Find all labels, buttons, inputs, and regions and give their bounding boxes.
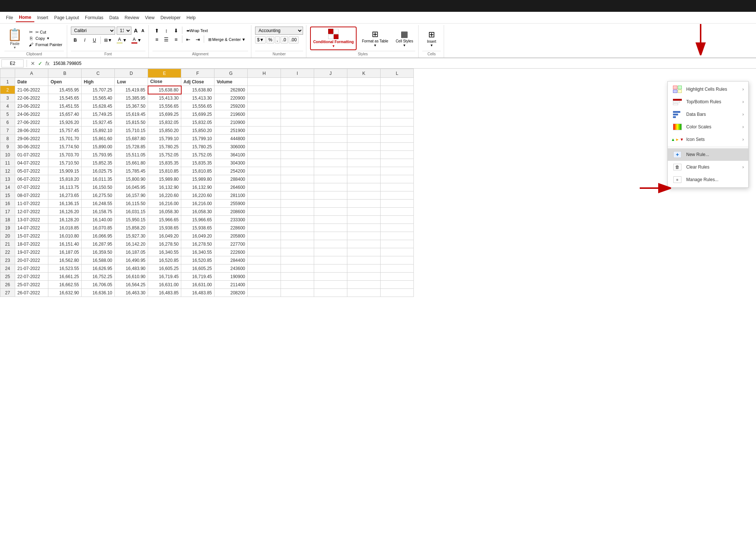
cell[interactable]: 24-06-2022 xyxy=(15,110,48,118)
cell[interactable]: 15,638.80 xyxy=(181,86,214,94)
cell[interactable]: 255900 xyxy=(214,200,248,208)
decrease-font-button[interactable]: A xyxy=(140,28,145,33)
cell[interactable] xyxy=(381,248,414,256)
wrap-text-button[interactable]: ⬌ Wrap Text xyxy=(184,27,210,35)
cell[interactable]: 16,066.95 xyxy=(82,232,115,240)
cell[interactable] xyxy=(347,191,381,200)
cell[interactable]: 15,818.20 xyxy=(48,175,82,183)
cell[interactable]: 15,419.85 xyxy=(115,86,148,94)
cell[interactable] xyxy=(347,248,381,256)
col-header-d[interactable]: D xyxy=(115,69,148,78)
cell[interactable]: 21-06-2022 xyxy=(15,86,48,94)
increase-decimal-button[interactable]: .00 xyxy=(289,36,299,44)
row-header-16[interactable]: 16 xyxy=(0,200,15,208)
col-header-k[interactable]: K xyxy=(347,69,381,78)
cell[interactable]: 16,719.45 xyxy=(181,273,214,281)
italic-button[interactable]: I xyxy=(80,36,89,44)
dropdown-databars[interactable]: Data Bars › xyxy=(668,108,748,121)
cell[interactable]: Close xyxy=(148,78,181,86)
spreadsheet-container[interactable]: A B C D E F G H I J K L 1DateOp xyxy=(0,69,756,547)
cell[interactable]: 30-06-2022 xyxy=(15,143,48,151)
dropdown-managerules[interactable]: ≡ Manage Rules... xyxy=(668,173,748,186)
col-header-j[interactable]: J xyxy=(314,69,347,78)
cell[interactable]: 16,564.25 xyxy=(115,281,148,289)
row-header-24[interactable]: 24 xyxy=(0,264,15,273)
col-header-h[interactable]: H xyxy=(248,69,281,78)
cell[interactable] xyxy=(248,289,281,297)
cell[interactable]: 16,216.00 xyxy=(148,200,181,208)
cell[interactable]: 15,950.15 xyxy=(115,216,148,224)
cell[interactable]: 15,989.80 xyxy=(181,175,214,183)
decrease-indent-button[interactable]: ⇤ xyxy=(184,35,193,44)
cell[interactable]: 264600 xyxy=(214,183,248,191)
cell[interactable] xyxy=(248,102,281,110)
cell[interactable] xyxy=(381,256,414,264)
cell[interactable] xyxy=(314,127,347,135)
cell[interactable] xyxy=(381,289,414,297)
cell[interactable]: 15,926.20 xyxy=(48,118,82,127)
cell[interactable] xyxy=(248,216,281,224)
row-header-9[interactable]: 9 xyxy=(0,143,15,151)
cell[interactable]: 16,719.45 xyxy=(148,273,181,281)
cell[interactable] xyxy=(281,175,314,183)
cell[interactable] xyxy=(248,127,281,135)
col-header-f[interactable]: F xyxy=(181,69,214,78)
cell[interactable] xyxy=(314,232,347,240)
cell[interactable]: 15,800.90 xyxy=(115,175,148,183)
insert-function-icon[interactable]: fx xyxy=(45,60,50,66)
cell[interactable] xyxy=(381,208,414,216)
cell[interactable] xyxy=(314,86,347,94)
cell[interactable]: 16,523.55 xyxy=(48,264,82,273)
cell[interactable]: 16,126.20 xyxy=(48,208,82,216)
cell[interactable] xyxy=(381,273,414,281)
row-header-8[interactable]: 8 xyxy=(0,135,15,143)
cell[interactable]: 15,628.45 xyxy=(82,102,115,110)
cell[interactable]: Low xyxy=(115,78,148,86)
fill-color-button[interactable]: A ▼ xyxy=(115,36,129,44)
menu-formulas[interactable]: Formulas xyxy=(82,14,106,22)
cell[interactable] xyxy=(281,200,314,208)
cell[interactable]: 15,545.65 xyxy=(48,94,82,102)
cell[interactable]: 16,115.50 xyxy=(115,200,148,208)
cell[interactable] xyxy=(281,135,314,143)
cell[interactable]: 15,858.20 xyxy=(115,224,148,232)
font-color-button[interactable]: A ▼ xyxy=(130,36,144,44)
cell[interactable] xyxy=(248,240,281,248)
cell[interactable]: 15-07-2022 xyxy=(15,232,48,240)
cell[interactable]: 15,413.30 xyxy=(181,94,214,102)
cell[interactable]: 16,187.05 xyxy=(115,248,148,256)
cell[interactable]: 28-06-2022 xyxy=(15,127,48,135)
increase-font-button[interactable]: A xyxy=(133,27,139,34)
cell[interactable] xyxy=(314,273,347,281)
cell[interactable] xyxy=(248,264,281,273)
cell[interactable]: 15,852.35 xyxy=(82,159,115,167)
cell[interactable]: 15,810.85 xyxy=(148,167,181,175)
cell[interactable] xyxy=(248,183,281,191)
cell[interactable]: 15,701.70 xyxy=(48,135,82,143)
cell[interactable]: 15,699.25 xyxy=(148,110,181,118)
cell[interactable] xyxy=(281,289,314,297)
align-center-button[interactable]: ☰ xyxy=(162,35,171,44)
cell[interactable]: 15,909.15 xyxy=(48,167,82,175)
cell[interactable] xyxy=(381,86,414,94)
cell[interactable] xyxy=(314,216,347,224)
cell[interactable]: 15,927.45 xyxy=(82,118,115,127)
cell[interactable]: 16,706.05 xyxy=(82,281,115,289)
cell[interactable] xyxy=(347,240,381,248)
cell[interactable]: 15,451.55 xyxy=(48,102,82,110)
cell[interactable]: 16,605.25 xyxy=(181,264,214,273)
cell[interactable]: 15,687.80 xyxy=(115,135,148,143)
font-name-select[interactable]: Calibri xyxy=(71,27,115,35)
cell[interactable]: 16,605.25 xyxy=(148,264,181,273)
cell[interactable]: 16,010.80 xyxy=(48,232,82,240)
cell[interactable]: 16,483.90 xyxy=(115,264,148,273)
cell[interactable]: 14-07-2022 xyxy=(15,224,48,232)
col-header-b[interactable]: B xyxy=(48,69,82,78)
cell[interactable]: 15,556.65 xyxy=(181,102,214,110)
menu-review[interactable]: Review xyxy=(121,14,142,22)
col-header-e[interactable]: E xyxy=(148,69,181,78)
cell[interactable]: 21-07-2022 xyxy=(15,264,48,273)
cell[interactable]: 16,463.30 xyxy=(115,289,148,297)
cell[interactable]: 16,132.90 xyxy=(148,183,181,191)
cell[interactable] xyxy=(248,200,281,208)
